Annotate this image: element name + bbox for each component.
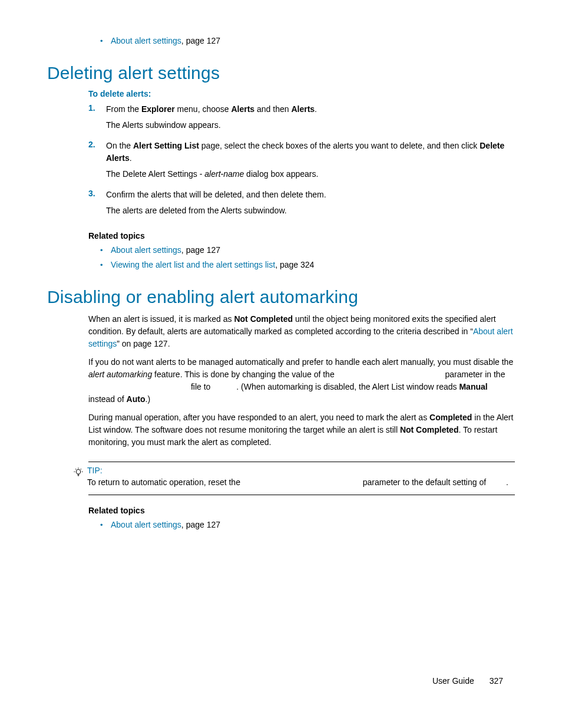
text: .) bbox=[146, 394, 151, 404]
link-about-alert-settings[interactable]: About alert settings bbox=[111, 245, 181, 255]
step-body: On the Alert Setting List page, select t… bbox=[106, 140, 515, 184]
section1-body: To delete alerts: 1. From the Explorer m… bbox=[88, 89, 515, 271]
link-about-alert-settings[interactable]: About alert settings bbox=[111, 520, 181, 529]
step-result: The Alerts subwindow appears. bbox=[106, 119, 515, 131]
text: The Delete Alert Settings - bbox=[106, 169, 204, 179]
text: . bbox=[506, 477, 508, 487]
paragraph: During manual operation, after you have … bbox=[88, 411, 515, 449]
related-item: • About alert settings, page 127 bbox=[100, 519, 515, 531]
svg-line-5 bbox=[81, 469, 81, 469]
italic-alert-automarking: alert automarking bbox=[88, 370, 152, 379]
bullet-icon: • bbox=[100, 521, 111, 529]
tip-label: TIP: bbox=[87, 466, 515, 475]
text: parameter to the default setting of bbox=[361, 477, 488, 487]
step-number: 3. bbox=[88, 189, 106, 220]
step-body: From the Explorer menu, choose Alerts an… bbox=[106, 103, 515, 135]
paragraph: If you do not want alerts to be managed … bbox=[88, 356, 515, 406]
text: To return to automatic operation, reset … bbox=[87, 477, 243, 487]
bold-auto: Auto bbox=[127, 394, 146, 404]
tip-box: TIP: To return to automatic operation, r… bbox=[88, 462, 515, 495]
text: dialog box appears. bbox=[244, 169, 318, 179]
step-2: 2. On the Alert Setting List page, selec… bbox=[88, 140, 515, 184]
text: If you do not want alerts to be managed … bbox=[88, 357, 513, 367]
related-text: Viewing the alert list and the alert set… bbox=[111, 259, 314, 271]
related-item: • About alert settings, page 127 bbox=[100, 244, 515, 256]
related-suffix: , page 127 bbox=[181, 36, 220, 45]
text: parameter in the bbox=[443, 370, 505, 379]
top-related-block: • About alert settings, page 127 bbox=[88, 35, 515, 47]
text: page, select the check boxes of the aler… bbox=[199, 141, 480, 150]
related-topics-label: Related topics bbox=[88, 231, 515, 241]
text: From the bbox=[106, 104, 141, 114]
step-instruction: Confirm the alerts that will be deleted,… bbox=[106, 189, 515, 201]
related-item: • Viewing the alert list and the alert s… bbox=[100, 259, 515, 271]
step-3: 3. Confirm the alerts that will be delet… bbox=[88, 189, 515, 220]
bold-explorer: Explorer bbox=[141, 104, 175, 114]
page: • About alert settings, page 127 Deletin… bbox=[0, 0, 562, 728]
related-topics-label: Related topics bbox=[88, 506, 515, 515]
to-delete-alerts-label: To delete alerts: bbox=[88, 89, 515, 98]
steps-list: 1. From the Explorer menu, choose Alerts… bbox=[88, 103, 515, 220]
svg-point-0 bbox=[76, 469, 81, 474]
bullet-icon: • bbox=[100, 37, 111, 45]
bold-not-completed: Not Completed bbox=[400, 425, 459, 434]
text: and then bbox=[254, 104, 291, 114]
text: On the bbox=[106, 141, 133, 150]
text: file to bbox=[189, 382, 213, 391]
related-text: About alert settings, page 127 bbox=[111, 519, 220, 531]
text: . bbox=[315, 104, 317, 114]
page-footer: User Guide 327 bbox=[432, 676, 503, 686]
link-viewing-alert-list[interactable]: Viewing the alert list and the alert set… bbox=[111, 260, 275, 269]
text: menu, choose bbox=[175, 104, 232, 114]
heading-disabling-enabling-automarking: Disabling or enabling alert automarking bbox=[47, 287, 515, 307]
text: instead of bbox=[88, 394, 127, 404]
related-text: About alert settings, page 127 bbox=[111, 35, 220, 47]
related-item: • About alert settings, page 127 bbox=[100, 35, 515, 47]
bold-alerts: Alerts bbox=[231, 104, 254, 114]
bullet-icon: • bbox=[100, 261, 111, 269]
text: . (When automarking is disabled, the Ale… bbox=[236, 382, 459, 391]
step-number: 1. bbox=[88, 103, 106, 135]
text: During manual operation, after you have … bbox=[88, 413, 429, 422]
heading-deleting-alert-settings: Deleting alert settings bbox=[47, 63, 515, 83]
text: ” on page 127. bbox=[117, 339, 170, 348]
bold-manual: Manual bbox=[459, 382, 487, 391]
svg-line-4 bbox=[75, 469, 76, 469]
tip-text: To return to automatic operation, reset … bbox=[87, 476, 515, 489]
lightbulb-icon bbox=[73, 466, 87, 480]
related-text: About alert settings, page 127 bbox=[111, 244, 220, 256]
bold-alert-setting-list: Alert Setting List bbox=[133, 141, 199, 150]
related-suffix: , page 324 bbox=[275, 260, 314, 269]
section2-body: When an alert is issued, it is marked as… bbox=[88, 313, 515, 531]
related-suffix: , page 127 bbox=[181, 245, 220, 255]
footer-label: User Guide bbox=[432, 676, 474, 686]
text: . bbox=[130, 153, 132, 163]
page-number: 327 bbox=[490, 676, 503, 686]
bullet-icon: • bbox=[100, 246, 111, 255]
bold-not-completed: Not Completed bbox=[234, 314, 293, 324]
step-result: The alerts are deleted from the Alerts s… bbox=[106, 205, 515, 217]
bold-alerts-2: Alerts bbox=[291, 104, 315, 114]
text: feature. This is done by changing the va… bbox=[152, 370, 336, 379]
text: When an alert is issued, it is marked as bbox=[88, 314, 234, 324]
bold-completed: Completed bbox=[429, 413, 472, 422]
step-1: 1. From the Explorer menu, choose Alerts… bbox=[88, 103, 515, 135]
related-suffix: , page 127 bbox=[181, 520, 220, 529]
italic-alert-name: alert-name bbox=[204, 169, 244, 179]
step-number: 2. bbox=[88, 140, 106, 184]
paragraph: When an alert is issued, it is marked as… bbox=[88, 313, 515, 350]
step-body: Confirm the alerts that will be deleted,… bbox=[106, 189, 515, 220]
link-about-alert-settings[interactable]: About alert settings bbox=[111, 36, 181, 45]
